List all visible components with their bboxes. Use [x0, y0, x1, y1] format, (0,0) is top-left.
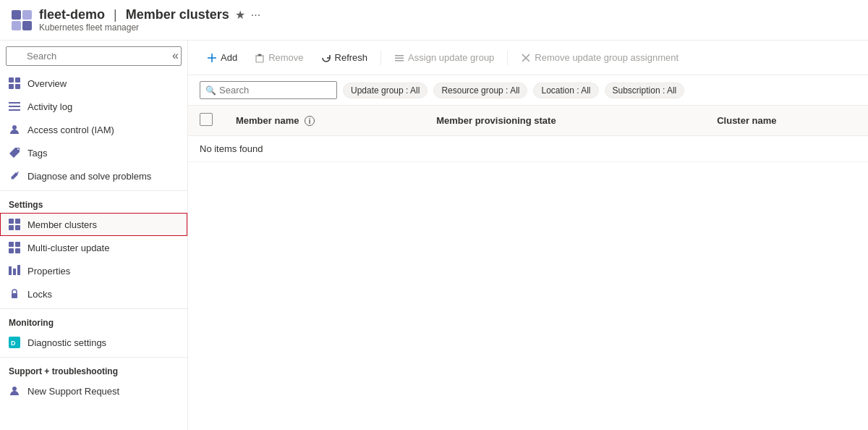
sidebar-item-diagnostic-settings[interactable]: D Diagnostic settings [0, 331, 187, 354]
select-all-checkbox[interactable] [200, 113, 213, 126]
app-icon [12, 10, 32, 30]
diagnostic-settings-icon: D [9, 337, 20, 348]
sidebar: 🔍 « Overview Activity log Access control… [0, 41, 188, 430]
sidebar-item-overview[interactable]: Overview [0, 72, 187, 95]
toolbar: Add Remove Refresh Assign update group R… [188, 41, 868, 75]
sidebar-item-label-diagnose: Diagnose and solve problems [27, 171, 151, 182]
sidebar-item-multi-cluster-update[interactable]: Multi-cluster update [0, 236, 187, 259]
toolbar-separator-2 [507, 51, 508, 65]
sidebar-item-label-locks: Locks [27, 289, 52, 300]
support-section-header: Support + troubleshooting [0, 357, 187, 379]
sidebar-item-label-access-control: Access control (IAM) [27, 125, 114, 135]
sidebar-search-input[interactable] [6, 46, 182, 66]
svg-rect-6 [9, 109, 20, 111]
table-header-checkbox [188, 106, 224, 136]
svg-rect-16 [9, 266, 12, 275]
page-title: Member clusters [126, 7, 229, 22]
add-button-label: Add [221, 52, 237, 63]
svg-rect-13 [15, 242, 20, 247]
favorite-icon[interactable]: ★ [235, 8, 245, 22]
remove-assignment-icon [521, 53, 531, 63]
svg-rect-9 [15, 219, 20, 224]
header-title-group: fleet-demo | Member clusters ★ ··· Kuber… [39, 7, 260, 33]
svg-rect-5 [9, 106, 20, 107]
sidebar-item-label-properties: Properties [27, 266, 70, 277]
svg-rect-19 [12, 293, 17, 298]
filter-chip-resource-group[interactable]: Resource group : All [433, 83, 527, 98]
add-icon [207, 53, 217, 63]
member-name-info-icon[interactable]: i [305, 116, 315, 126]
assign-button-label: Assign update group [408, 52, 494, 63]
more-options-icon[interactable]: ··· [251, 9, 260, 22]
svg-rect-17 [13, 269, 16, 275]
filter-chip-subscription[interactable]: Subscription : All [605, 83, 685, 98]
activity-log-icon [9, 101, 20, 112]
sidebar-item-label-support-request: New Support Request [27, 386, 119, 397]
table-container: Member name i Member provisioning state … [188, 106, 868, 430]
sidebar-collapse-button[interactable]: « [169, 46, 182, 65]
empty-message: No items found [188, 136, 868, 162]
remove-button[interactable]: Remove [247, 49, 310, 67]
toolbar-separator [380, 51, 381, 65]
sidebar-item-access-control[interactable]: Access control (IAM) [0, 118, 187, 141]
svg-rect-3 [15, 84, 20, 89]
sidebar-item-activity-log[interactable]: Activity log [0, 95, 187, 118]
svg-rect-12 [9, 242, 14, 247]
sidebar-search-wrap: 🔍 [0, 41, 187, 72]
filter-search-input[interactable] [200, 81, 337, 99]
filters-bar: 🔍 Update group : All Resource group : Al… [188, 75, 868, 106]
add-button[interactable]: Add [200, 49, 244, 67]
svg-rect-0 [9, 77, 14, 83]
refresh-button[interactable]: Refresh [314, 49, 375, 67]
filter-chip-label-update-group: Update group : All [351, 85, 420, 96]
sidebar-item-new-support-request[interactable]: New Support Request [0, 379, 187, 402]
sidebar-item-label-overview: Overview [27, 78, 67, 89]
table-header-member-name: Member name i [224, 106, 425, 136]
resource-subtitle: Kubernetes fleet manager [39, 22, 260, 33]
access-control-icon [9, 124, 20, 135]
svg-rect-8 [9, 219, 14, 224]
filter-chip-label-subscription: Subscription : All [613, 85, 677, 96]
main-content: Add Remove Refresh Assign update group R… [188, 41, 868, 430]
monitoring-section-header: Monitoring [0, 308, 187, 331]
refresh-icon [321, 53, 331, 63]
sidebar-item-member-clusters[interactable]: Member clusters [0, 213, 187, 236]
table-header-cluster-name: Cluster name [705, 106, 868, 136]
table-empty-row: No items found [188, 136, 868, 162]
svg-rect-14 [9, 248, 14, 253]
sidebar-item-label-member-clusters: Member clusters [27, 219, 97, 230]
support-request-icon [9, 385, 20, 397]
locks-icon [9, 288, 20, 300]
header-separator: | [114, 7, 117, 22]
sidebar-item-tags[interactable]: Tags [0, 141, 187, 164]
remove-button-label: Remove [268, 52, 303, 63]
svg-rect-24 [395, 55, 404, 56]
filter-search-wrap: 🔍 [200, 81, 337, 99]
assign-update-group-button[interactable]: Assign update group [387, 49, 501, 67]
sidebar-item-properties[interactable]: Properties [0, 259, 187, 282]
properties-icon [9, 265, 20, 277]
sidebar-item-label-diagnostic: Diagnostic settings [27, 337, 106, 348]
resource-name: fleet-demo [39, 7, 105, 22]
filter-chip-label-location: Location : All [541, 85, 590, 96]
page-header: fleet-demo | Member clusters ★ ··· Kuber… [0, 0, 868, 41]
filter-chip-location[interactable]: Location : All [533, 83, 598, 98]
svg-rect-23 [256, 56, 263, 62]
settings-section-header: Settings [0, 190, 187, 213]
svg-rect-4 [9, 102, 20, 104]
refresh-button-label: Refresh [335, 52, 368, 63]
svg-rect-15 [15, 248, 20, 253]
member-clusters-icon [9, 219, 20, 230]
remove-assignment-button[interactable]: Remove update group assignment [514, 49, 686, 67]
sidebar-item-diagnose[interactable]: Diagnose and solve problems [0, 164, 187, 187]
sidebar-item-label-tags: Tags [27, 148, 47, 159]
remove-assignment-button-label: Remove update group assignment [535, 52, 678, 63]
svg-point-7 [12, 125, 17, 130]
diagnose-icon [9, 170, 20, 182]
remove-icon [255, 53, 265, 63]
sidebar-item-locks[interactable]: Locks [0, 282, 187, 305]
main-layout: 🔍 « Overview Activity log Access control… [0, 41, 868, 430]
filter-chip-update-group[interactable]: Update group : All [343, 83, 427, 98]
svg-rect-26 [395, 60, 404, 62]
filter-chip-label-resource-group: Resource group : All [441, 85, 519, 96]
